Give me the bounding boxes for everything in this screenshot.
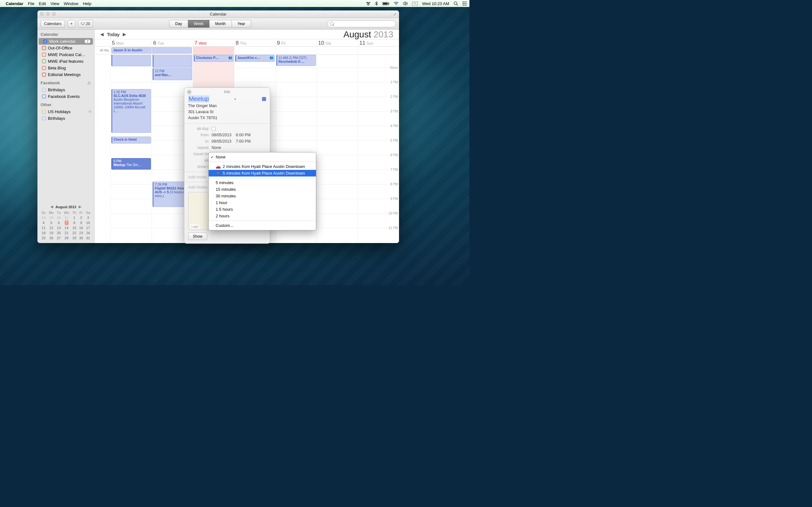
view-day[interactable]: Day xyxy=(169,20,188,27)
allday-cell[interactable] xyxy=(275,47,316,55)
from-date-field[interactable]: 08/05/2013 xyxy=(212,133,232,137)
calendar-item[interactable]: Facebook Events xyxy=(38,93,94,100)
minical-day[interactable]: 29 xyxy=(47,215,55,220)
search-field[interactable] xyxy=(327,20,396,27)
calendar-event[interactable]: 6 PMMeetup The Gin… xyxy=(111,158,151,170)
minical-day[interactable]: 30 xyxy=(78,235,84,240)
to-date-field[interactable]: 08/05/2013 xyxy=(212,139,232,144)
minical-prev[interactable]: ◀ xyxy=(50,205,53,209)
minical-day[interactable]: 27 xyxy=(55,235,62,240)
day-column[interactable] xyxy=(316,55,358,243)
calendar-event[interactable] xyxy=(153,55,192,67)
calendar-event[interactable] xyxy=(111,55,151,66)
day-header[interactable]: 6Tue xyxy=(152,39,193,46)
calendar-item[interactable]: Out-Of-Office xyxy=(38,45,94,51)
allday-cell[interactable] xyxy=(358,47,399,55)
minical-day[interactable]: 5 xyxy=(47,220,55,225)
minical-day[interactable]: 28 xyxy=(40,215,47,220)
calendars-button[interactable]: Calendars xyxy=(41,20,65,27)
day-header[interactable]: 7Wed xyxy=(193,39,234,46)
show-button[interactable]: Show xyxy=(188,233,207,240)
calendar-event[interactable]: Check in Hotel xyxy=(111,136,151,144)
calendar-checkbox[interactable] xyxy=(42,116,46,120)
travel-time-option[interactable]: ✓None xyxy=(209,154,316,160)
menu-edit[interactable]: Edit xyxy=(39,1,46,6)
day-header[interactable]: 5Mon xyxy=(110,39,152,46)
menu-file[interactable]: File xyxy=(28,1,35,6)
display-icon[interactable] xyxy=(412,2,418,5)
allday-cell[interactable] xyxy=(193,47,234,55)
calendar-checkbox[interactable] xyxy=(42,110,46,114)
allday-cell[interactable]: Jason S in Austin xyxy=(110,47,152,55)
allday-cell[interactable] xyxy=(152,47,193,55)
minical-day[interactable]: 12 xyxy=(47,225,55,230)
travel-time-option[interactable]: 1.5 hours xyxy=(209,206,316,213)
minical-day[interactable]: 14 xyxy=(62,225,71,230)
minical-day[interactable]: 29 xyxy=(71,235,78,240)
next-week-button[interactable]: ▶ xyxy=(123,32,126,37)
day-header[interactable]: 8Thu xyxy=(234,39,275,46)
calendar-item[interactable]: ✓Work calendar2 xyxy=(39,38,93,45)
calendar-item[interactable]: Beta Blog xyxy=(38,65,94,71)
calendar-event[interactable]: 12 PMand Mac… xyxy=(153,68,192,80)
from-time-field[interactable]: 6:00 PM xyxy=(236,133,251,137)
day-column[interactable] xyxy=(358,55,399,243)
notification-center-icon[interactable] xyxy=(462,2,467,5)
calendar-checkbox[interactable] xyxy=(42,46,46,50)
calendar-item[interactable]: MWE Podcast Cal… xyxy=(38,51,94,58)
minical-day[interactable]: 4 xyxy=(40,220,47,225)
minical-day[interactable]: 28 xyxy=(62,235,71,240)
minical-day[interactable]: 13 xyxy=(55,225,62,230)
menu-view[interactable]: View xyxy=(50,1,59,6)
minical-day[interactable]: 31 xyxy=(62,215,71,220)
minical-day[interactable]: 6 xyxy=(55,220,62,225)
popover-close-button[interactable]: × xyxy=(187,90,192,95)
travel-time-option[interactable]: 5 minutes xyxy=(209,179,316,186)
calendar-event[interactable]: Jason/Kim c…👥 xyxy=(235,55,275,62)
calendar-checkbox[interactable] xyxy=(42,53,46,57)
minical-day[interactable]: 11 xyxy=(40,225,47,230)
prev-week-button[interactable]: ◀ xyxy=(100,32,104,37)
minical-day[interactable]: 22 xyxy=(71,230,78,235)
calendar-checkbox[interactable] xyxy=(42,72,46,77)
calendar-checkbox[interactable] xyxy=(42,95,46,99)
calendar-event[interactable]: 11 AM (1 PM CDT)Reschedule II:… xyxy=(276,55,316,66)
minical-day[interactable]: 25 xyxy=(40,235,47,240)
zoom-window-button[interactable] xyxy=(52,12,56,16)
minical-day[interactable]: 20 xyxy=(55,230,62,235)
minical-day[interactable]: 15 xyxy=(71,225,78,230)
allday-checkbox[interactable] xyxy=(212,127,216,131)
event-title-field[interactable]: Meetup xyxy=(188,95,209,102)
minical-day[interactable]: 31 xyxy=(84,235,92,240)
minical-day[interactable]: 16 xyxy=(78,225,84,230)
travel-time-option[interactable]: 🚗2 minutes from Hyatt Place Austin Downt… xyxy=(209,163,316,170)
calendar-picker-chevron-icon[interactable]: ▾ xyxy=(235,97,236,101)
view-month[interactable]: Month xyxy=(209,20,232,27)
minical-day[interactable]: 1 xyxy=(71,215,78,220)
allday-cell[interactable] xyxy=(316,47,358,55)
bluetooth-icon[interactable] xyxy=(375,1,378,6)
travel-time-option[interactable]: 30 minutes xyxy=(209,193,316,199)
minical-day[interactable]: 24 xyxy=(84,230,92,235)
minical-day[interactable]: 19 xyxy=(47,230,55,235)
minical-day[interactable]: 30 xyxy=(55,215,62,220)
calendar-event[interactable]: Clockwise P…👥 xyxy=(194,55,234,62)
travel-time-option[interactable]: 1 hour xyxy=(209,199,316,206)
minical-day[interactable]: 9 xyxy=(78,220,84,225)
day-header[interactable]: 10Sat xyxy=(316,39,358,46)
wifi-icon[interactable] xyxy=(394,2,399,5)
inbox-button[interactable]: 20 xyxy=(78,20,93,27)
spotlight-icon[interactable] xyxy=(454,1,458,6)
day-header[interactable]: 9Fri xyxy=(275,39,316,46)
day-header[interactable]: 11Sun xyxy=(358,39,399,46)
minical-day[interactable]: 10 xyxy=(84,220,92,225)
minical-day[interactable]: 7 xyxy=(62,220,71,225)
minimize-window-button[interactable] xyxy=(46,12,50,16)
travel-time-option[interactable]: Custom... xyxy=(209,222,316,229)
today-button[interactable]: Today xyxy=(107,32,119,37)
minical-day[interactable]: 2 xyxy=(78,215,84,220)
menu-window[interactable]: Window xyxy=(64,1,78,6)
calendar-checkbox[interactable]: ✓ xyxy=(43,39,47,43)
minical-day[interactable]: 26 xyxy=(47,235,55,240)
add-event-button[interactable]: + xyxy=(67,20,75,27)
